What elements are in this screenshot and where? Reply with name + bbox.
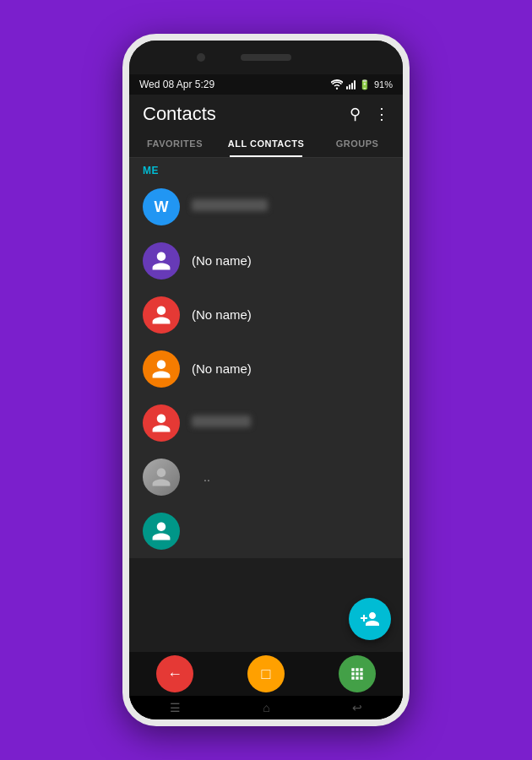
contact-name-me-blurred (192, 199, 268, 211)
section-me-label: ME (129, 158, 396, 180)
home-icon: □ (262, 665, 271, 683)
status-bar: Wed 08 Apr 5:29 🔋 91% (129, 74, 403, 95)
contact-3[interactable]: (No name) (129, 342, 396, 396)
gesture-bar: ☰ ⌂ ↩ (129, 696, 403, 719)
add-contact-icon (360, 609, 380, 629)
person-icon-1 (150, 250, 172, 272)
person-icon-6 (150, 520, 172, 542)
apps-icon (349, 665, 366, 682)
contact-info-me (192, 199, 383, 214)
back-icon: ← (167, 665, 182, 683)
speaker-grille (241, 54, 291, 61)
back-button[interactable]: ← (156, 655, 193, 692)
app-header: Contacts ⚲ ⋮ (129, 95, 403, 130)
contact-5[interactable]: .. (129, 450, 396, 504)
search-button[interactable]: ⚲ (350, 105, 361, 123)
contact-me[interactable]: W (129, 180, 396, 234)
tab-all-contacts[interactable]: ALL CONTACTS (220, 130, 312, 157)
avatar-1 (143, 242, 180, 280)
contact-2[interactable]: (No name) (129, 288, 396, 342)
avatar-letter-me: W (155, 198, 169, 216)
header-actions: ⚲ ⋮ (350, 105, 389, 123)
phone-frame: Wed 08 Apr 5:29 🔋 91% (122, 34, 410, 726)
status-datetime: Wed 08 Apr 5:29 (139, 79, 214, 90)
avatar-me: W (143, 188, 180, 225)
contact-1[interactable]: (No name) (129, 234, 396, 288)
avatar-4 (143, 404, 180, 442)
contact-6[interactable] (129, 504, 396, 558)
tab-favorites[interactable]: FAVORITES (129, 130, 220, 157)
apps-button[interactable] (339, 655, 376, 692)
contact-info-5: .. (192, 470, 383, 485)
avatar-5 (143, 459, 180, 496)
avatar-3 (143, 350, 180, 388)
signal-bars (346, 79, 356, 90)
contact-name-1: (No name) (192, 253, 252, 268)
add-contact-fab[interactable] (349, 598, 391, 640)
contact-name-5: .. (204, 470, 210, 484)
contact-list-container: ME W (129, 158, 403, 652)
tab-groups[interactable]: GROUPS (312, 130, 403, 157)
contact-name-2: (No name) (192, 307, 252, 322)
person-icon-3 (150, 358, 172, 380)
home-gesture-icon: ⌂ (263, 701, 269, 714)
phone-screen: Wed 08 Apr 5:29 🔋 91% (129, 74, 403, 719)
contact-name-4-blurred (192, 415, 251, 427)
contact-name-3: (No name) (192, 361, 252, 376)
person-icon-2 (150, 304, 172, 326)
contact-info-1: (No name) (192, 253, 383, 269)
battery-icon: 🔋 (359, 79, 371, 90)
tab-bar: FAVORITES ALL CONTACTS GROUPS (129, 130, 403, 158)
home-button[interactable]: □ (247, 655, 285, 692)
photo-person-icon (150, 466, 172, 488)
menu-gesture-icon: ☰ (170, 701, 181, 714)
back-gesture-icon: ↩ (352, 701, 362, 714)
avatar-6 (143, 513, 180, 550)
bottom-nav: ← □ (129, 652, 403, 696)
phone-top-bar (129, 41, 403, 74)
status-icons: 🔋 91% (331, 79, 393, 90)
camera-dot (197, 53, 205, 62)
battery-level: 91% (374, 79, 393, 90)
contact-4[interactable] (129, 396, 396, 450)
app-title: Contacts (143, 103, 216, 125)
contact-info-4 (192, 415, 383, 431)
avatar-2 (143, 296, 180, 334)
contact-list: ME W (129, 158, 403, 558)
contact-info-2: (No name) (192, 307, 383, 323)
more-options-button[interactable]: ⋮ (374, 105, 389, 123)
person-icon-4 (150, 412, 172, 434)
wifi-icon (331, 79, 343, 90)
contact-info-3: (No name) (192, 361, 383, 377)
